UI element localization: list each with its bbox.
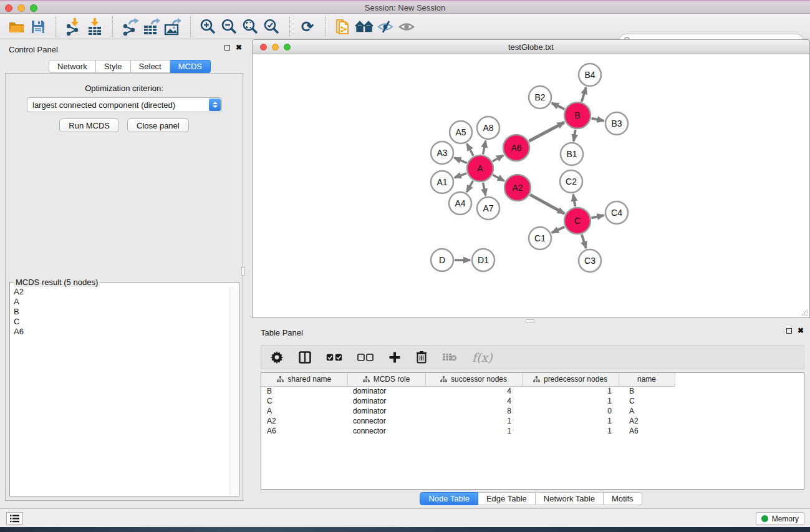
- graph-edge-A-A7[interactable]: [483, 183, 486, 196]
- delete-table-icon[interactable]: [442, 349, 457, 365]
- table-cell[interactable]: 1: [522, 426, 619, 436]
- create-new-column-icon[interactable]: [388, 349, 401, 365]
- network-window-titlebar[interactable]: testGlobe.txt: [252, 39, 810, 54]
- result-list-item[interactable]: A6: [14, 327, 229, 337]
- table-cell[interactable]: [675, 396, 804, 406]
- select-all-columns-icon[interactable]: [326, 349, 342, 365]
- zoom-in-icon[interactable]: [198, 17, 219, 37]
- export-network-icon[interactable]: [120, 17, 141, 37]
- column-header-name[interactable]: name: [619, 373, 675, 386]
- graph-edge-C-C3[interactable]: [582, 235, 586, 248]
- task-history-button[interactable]: [6, 512, 23, 525]
- show-details-eye-icon[interactable]: [396, 17, 417, 37]
- table-cell[interactable]: dominator: [347, 396, 425, 406]
- window-resize-grip[interactable]: [799, 307, 808, 316]
- import-network-icon[interactable]: [63, 17, 84, 37]
- table-cell[interactable]: [675, 416, 804, 426]
- delete-columns-trash-icon[interactable]: [416, 349, 427, 365]
- table-cell[interactable]: 1: [522, 386, 619, 396]
- table-cell[interactable]: A: [619, 406, 675, 416]
- zoom-selected-icon[interactable]: [261, 17, 282, 37]
- tab-node-table[interactable]: Node Table: [420, 492, 478, 505]
- vertical-splitter-grip[interactable]: [241, 267, 245, 276]
- table-cell[interactable]: 4: [425, 396, 522, 406]
- mcds-result-list[interactable]: A2ABCA6: [11, 287, 229, 495]
- close-table-panel-icon[interactable]: ✖: [798, 328, 804, 334]
- graph-edge-B-B2[interactable]: [552, 103, 564, 109]
- table-row[interactable]: Adominator80A: [261, 406, 804, 416]
- graph-edge-A-A2[interactable]: [493, 175, 504, 181]
- graph-edge-B-B4[interactable]: [582, 87, 586, 102]
- table-row[interactable]: Bdominator41B: [261, 386, 804, 396]
- float-table-panel-icon[interactable]: [786, 328, 792, 334]
- column-header-shared-name[interactable]: shared name: [261, 373, 347, 386]
- graph-edge-A-A6[interactable]: [493, 155, 503, 162]
- new-network-from-selection-icon[interactable]: [332, 17, 354, 37]
- float-panel-icon[interactable]: [224, 45, 230, 51]
- table-cell[interactable]: 4: [425, 386, 522, 396]
- result-list-item[interactable]: A2: [14, 287, 229, 297]
- graph-edge-B-B1[interactable]: [574, 130, 576, 141]
- table-cell[interactable]: B: [261, 386, 347, 396]
- graph-edge-C-C4[interactable]: [592, 215, 604, 218]
- table-cell[interactable]: C: [619, 396, 675, 406]
- criterion-dropdown[interactable]: largest connected component (directed): [27, 97, 222, 112]
- graph-edge-A-A5[interactable]: [467, 144, 473, 156]
- tab-mcds[interactable]: MCDS: [170, 60, 211, 73]
- graph-edge-A-A4[interactable]: [466, 181, 473, 192]
- network-canvas[interactable]: B4B2BB3A8A5A6A3B1AA1C2A2A4A7C4CC1C3DD1: [252, 54, 810, 318]
- export-table-icon[interactable]: [141, 17, 162, 37]
- close-panel-icon[interactable]: ✖: [236, 45, 242, 51]
- graph-edge-C-C2[interactable]: [573, 195, 575, 207]
- table-cell[interactable]: connector: [347, 416, 425, 426]
- table-cell[interactable]: 1: [425, 416, 522, 426]
- hide-details-eye-slash-icon[interactable]: [375, 17, 396, 37]
- graph-edge-B-B3[interactable]: [592, 118, 604, 121]
- graph-edge-A2-C[interactable]: [530, 195, 564, 213]
- result-list-item[interactable]: B: [14, 307, 229, 317]
- graph-edge-A-A1[interactable]: [455, 173, 467, 178]
- tab-edge-table[interactable]: Edge Table: [478, 492, 536, 505]
- table-cell[interactable]: [675, 426, 804, 436]
- memory-button[interactable]: Memory: [756, 512, 804, 525]
- graph-edge-A-A3[interactable]: [454, 158, 466, 163]
- tab-select[interactable]: Select: [131, 60, 170, 73]
- function-builder-fx[interactable]: f(x): [472, 351, 493, 364]
- home-icon[interactable]: [354, 17, 375, 37]
- unselect-all-columns-icon[interactable]: [357, 349, 374, 365]
- tab-network-table[interactable]: Network Table: [536, 492, 604, 505]
- graph-edge-A-A8[interactable]: [483, 141, 486, 155]
- column-header-predecessor-nodes[interactable]: predecessor nodes: [522, 373, 619, 386]
- close-panel-button[interactable]: Close panel: [127, 118, 189, 132]
- table-cell[interactable]: [675, 406, 804, 416]
- refresh-layout-icon[interactable]: ⟳: [297, 17, 318, 37]
- table-cell[interactable]: A2: [261, 416, 347, 426]
- table-cell[interactable]: dominator: [347, 386, 425, 396]
- column-header-mcds-role[interactable]: MCDS role: [347, 373, 425, 386]
- result-list-item[interactable]: A: [14, 297, 229, 307]
- tab-style[interactable]: Style: [96, 60, 131, 73]
- table-row[interactable]: Cdominator41C: [261, 396, 804, 406]
- open-session-icon[interactable]: [6, 17, 27, 37]
- show-column-panel-icon[interactable]: [299, 349, 311, 365]
- graph-edge-C-C1[interactable]: [552, 227, 564, 233]
- table-cell[interactable]: A6: [619, 426, 675, 436]
- export-image-icon[interactable]: [162, 17, 183, 37]
- zoom-out-icon[interactable]: [219, 17, 240, 37]
- table-options-gear-icon[interactable]: [270, 349, 284, 365]
- table-cell[interactable]: 1: [522, 416, 619, 426]
- import-table-icon[interactable]: [84, 17, 105, 37]
- table-cell[interactable]: 0: [522, 406, 619, 416]
- node-table[interactable]: shared name MCDS role successor nodes pr…: [261, 373, 804, 436]
- table-cell[interactable]: dominator: [347, 406, 425, 416]
- table-row[interactable]: A2connector11A2: [261, 416, 804, 426]
- table-cell[interactable]: A: [261, 406, 347, 416]
- zoom-fit-icon[interactable]: [240, 17, 261, 37]
- result-list-item[interactable]: C: [14, 317, 229, 327]
- result-list-scrollbar[interactable]: [229, 287, 238, 495]
- table-cell[interactable]: 1: [425, 426, 522, 436]
- table-cell[interactable]: C: [261, 396, 347, 406]
- table-row[interactable]: A6connector11A6: [261, 426, 804, 436]
- column-header-successor-nodes[interactable]: successor nodes: [425, 373, 522, 386]
- table-cell[interactable]: A2: [619, 416, 675, 426]
